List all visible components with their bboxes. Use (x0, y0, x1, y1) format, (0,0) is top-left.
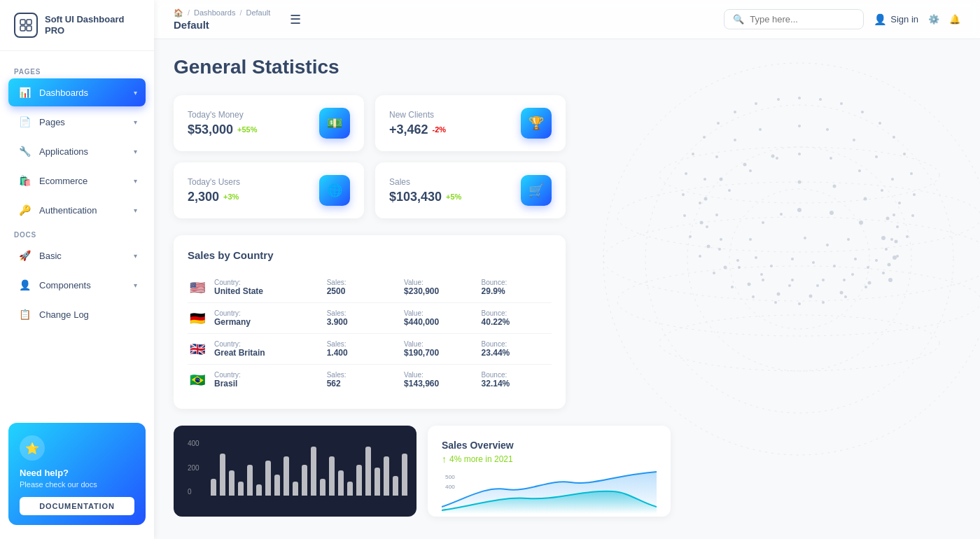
sidebar-item-label: Authentication (39, 205, 127, 216)
dashboards-icon: 📊 (17, 85, 32, 100)
sidebar-item-basic[interactable]: 🚀 Basic ▾ (8, 241, 146, 270)
user-icon: 👤 (874, 13, 887, 26)
svg-point-45 (798, 125, 801, 127)
search-box[interactable]: 🔍 (724, 9, 864, 29)
svg-point-81 (749, 169, 752, 172)
sales-overview-badge: ↑ 4% more in 2021 (442, 454, 657, 465)
country-col: Country: Brasil (214, 371, 320, 388)
svg-point-25 (882, 272, 885, 274)
svg-point-13 (798, 97, 801, 99)
country-name: United State (214, 286, 320, 296)
bounce-value: 40.22% (482, 317, 552, 327)
svg-point-103 (859, 220, 863, 225)
bar (211, 479, 216, 496)
sales-col: Sales: 1.400 (327, 340, 397, 358)
svg-point-64 (734, 139, 736, 141)
sidebar-logo: Soft UI Dashboard PRO (0, 0, 154, 51)
bar (238, 482, 244, 496)
svg-point-17 (878, 122, 881, 125)
globe-visualization (582, 42, 980, 476)
chevron-down-icon: ▾ (134, 89, 137, 97)
home-icon: 🏠 (174, 8, 183, 18)
svg-point-75 (791, 279, 794, 281)
sidebar-item-label: Change Log (39, 309, 137, 320)
settings-button[interactable]: ⚙️ (928, 14, 939, 24)
bar (329, 456, 335, 496)
stat-value-clients: +3,462 -2% (389, 122, 446, 137)
bell-icon: 🔔 (949, 14, 960, 24)
svg-point-29 (798, 302, 801, 305)
sidebar-item-applications[interactable]: 🔧 Applications ▾ (8, 137, 146, 165)
svg-point-14 (819, 98, 822, 101)
sidebar-item-authentication[interactable]: 🔑 Authentication ▾ (8, 196, 146, 224)
svg-point-69 (881, 189, 883, 192)
notifications-button[interactable]: 🔔 (949, 14, 960, 24)
bounce-label: Bounce: (482, 340, 552, 348)
svg-point-94 (724, 266, 727, 270)
bounce-label: Bounce: (482, 309, 552, 317)
stat-number-money: $53,000 (188, 122, 233, 137)
y-label-0: 0 (188, 488, 200, 496)
stat-info-money: Today's Money $53,000 +55% (188, 110, 258, 137)
sales-value: 3.900 (327, 317, 397, 327)
svg-point-22 (911, 214, 914, 217)
sidebar-item-dashboards[interactable]: 📊 Dashboards ▾ (8, 78, 146, 106)
stat-info-users: Today's Users 2,300 +3% (188, 177, 240, 204)
charts-row: 400 200 0 Sales Overview ↑ 4% more in 20… (174, 426, 671, 517)
bar (356, 465, 362, 496)
svg-point-11 (659, 147, 939, 203)
sales-by-country-title: Sales by Country (188, 249, 552, 261)
sidebar-item-components[interactable]: 👤 Components ▾ (8, 271, 146, 299)
country-name: Brasil (214, 379, 320, 388)
svg-point-105 (892, 255, 897, 260)
table-row: 🇺🇸 Country: United State Sales: 2500 Val… (188, 272, 552, 303)
svg-point-111 (833, 265, 836, 267)
bar (265, 461, 271, 496)
svg-point-54 (843, 279, 846, 281)
svg-point-23 (906, 235, 909, 238)
sales-col: Sales: 562 (327, 371, 397, 388)
stat-card-sales: Sales $103,430 +5% 🛒 (375, 162, 566, 218)
stat-badge-sales: +5% (446, 192, 461, 201)
sales-label: Sales: (327, 340, 397, 348)
sign-in-button[interactable]: 👤 Sign in (874, 13, 918, 26)
sidebar-item-label: Applications (39, 146, 127, 157)
svg-point-12 (659, 315, 939, 371)
menu-icon[interactable]: ☰ (284, 9, 307, 30)
sales-by-country-card: Sales by Country 🇺🇸 Country: United Stat… (174, 235, 566, 409)
svg-point-9 (617, 182, 980, 252)
breadcrumb-parent: Dashboards (194, 8, 235, 17)
svg-point-109 (847, 238, 850, 241)
bar (393, 476, 398, 496)
breadcrumb-trail: 🏠 / Dashboards / Default (174, 8, 270, 18)
applications-icon: 🔧 (17, 144, 32, 159)
svg-point-82 (776, 157, 778, 160)
svg-point-95 (707, 245, 710, 248)
sidebar: Soft UI Dashboard PRO PAGES 📊 Dashboards… (0, 0, 154, 539)
value-col: Value: $143,960 (404, 371, 474, 388)
stat-icon-users: 🌐 (319, 175, 350, 206)
svg-point-53 (867, 266, 869, 269)
documentation-button[interactable]: DOCUMENTATION (20, 497, 134, 515)
svg-point-113 (791, 258, 794, 260)
bar-chart-y-labels: 400 200 0 (188, 440, 200, 496)
chevron-down-icon: ▾ (134, 118, 137, 126)
table-row: 🇬🇧 Country: Great Britain Sales: 1.400 V… (188, 334, 552, 365)
ecommerce-icon: 🛍️ (17, 173, 32, 188)
country-label: Country: (214, 340, 320, 348)
bar (229, 470, 234, 496)
bounce-value: 23.44% (482, 348, 552, 358)
bounce-col: Bounce: 29.9% (482, 279, 552, 296)
svg-point-38 (685, 172, 687, 175)
country-name: Great Britain (214, 348, 320, 358)
sidebar-item-pages[interactable]: 📄 Pages ▾ (8, 108, 146, 136)
svg-text:400: 400 (445, 484, 455, 490)
sidebar-item-changelog[interactable]: 📋 Change Log (8, 300, 146, 328)
bounce-value: 32.14% (482, 379, 552, 388)
search-input[interactable] (750, 14, 855, 24)
sidebar-item-ecommerce[interactable]: 🛍️ Ecommerce ▾ (8, 167, 146, 195)
stat-info-clients: New Clients +3,462 -2% (389, 110, 446, 137)
svg-point-21 (913, 193, 916, 196)
svg-point-65 (759, 128, 762, 131)
flag-icon: 🇧🇷 (188, 373, 207, 387)
